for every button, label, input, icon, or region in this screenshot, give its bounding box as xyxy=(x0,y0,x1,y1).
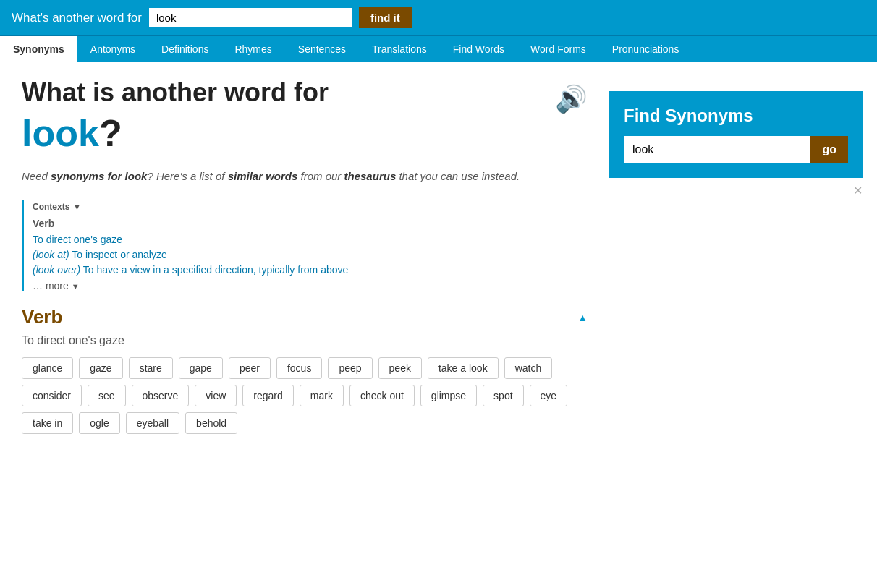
context-item-2[interactable]: (look at) To inspect or analyze xyxy=(33,249,588,260)
find-synonyms-box: Find Synonyms go xyxy=(609,91,863,178)
header-search-input[interactable] xyxy=(149,8,352,27)
main-content: What is another word for look? 🔊 Need sy… xyxy=(0,62,602,456)
pill-view[interactable]: view xyxy=(195,385,237,406)
title-row: What is another word for look? 🔊 xyxy=(22,77,588,155)
pill-peek[interactable]: peek xyxy=(378,357,422,379)
context-item-1[interactable]: To direct one's gaze xyxy=(33,234,588,245)
sidebar: Find Synonyms go ✕ xyxy=(602,62,877,456)
pill-check-out[interactable]: check out xyxy=(349,385,415,406)
header-label: What's another word for xyxy=(12,11,142,25)
pill-ogle[interactable]: ogle xyxy=(79,412,119,434)
page-word-line: look? xyxy=(22,111,329,155)
page-heading: What is another word for look? xyxy=(22,77,329,155)
pill-spot[interactable]: spot xyxy=(483,385,523,406)
tab-word-forms[interactable]: Word Forms xyxy=(517,36,599,62)
collapse-arrow-icon[interactable]: ▲ xyxy=(577,312,588,323)
tab-pronunciations[interactable]: Pronunciations xyxy=(599,36,692,62)
page-title: What is another word for xyxy=(22,77,329,108)
pill-consider[interactable]: consider xyxy=(22,385,82,406)
contexts-section: Contexts ▼ Verb To direct one's gaze (lo… xyxy=(22,200,588,291)
find-synonyms-title: Find Synonyms xyxy=(624,106,848,126)
tab-rhymes[interactable]: Rhymes xyxy=(221,36,284,62)
sound-icon[interactable]: 🔊 xyxy=(555,84,588,114)
context-item-3[interactable]: (look over) To have a view in a specifie… xyxy=(33,264,588,276)
more-link[interactable]: … more ▼ xyxy=(33,280,80,291)
pill-glance[interactable]: glance xyxy=(22,357,73,379)
pill-observe[interactable]: observe xyxy=(132,385,190,406)
pill-see[interactable]: see xyxy=(88,385,126,406)
pill-take-a-look[interactable]: take a look xyxy=(428,357,499,379)
pill-regard[interactable]: regard xyxy=(242,385,293,406)
header: What's another word for find it xyxy=(0,0,877,35)
pill-stare[interactable]: stare xyxy=(129,357,173,379)
verb-section-subtitle: To direct one's gaze xyxy=(22,334,588,347)
tab-definitions[interactable]: Definitions xyxy=(148,36,221,62)
pill-behold[interactable]: behold xyxy=(185,412,237,434)
close-icon[interactable]: ✕ xyxy=(853,184,863,197)
verb-section: Verb ▲ To direct one's gaze glance gaze … xyxy=(22,306,588,434)
find-synonyms-input[interactable] xyxy=(624,136,810,163)
pill-take-in[interactable]: take in xyxy=(22,412,73,434)
page-word: look xyxy=(22,112,99,154)
contexts-heading[interactable]: Contexts ▼ xyxy=(33,200,588,212)
find-synonyms-button[interactable]: go xyxy=(810,136,848,163)
find-it-button[interactable]: find it xyxy=(359,7,412,28)
pill-peep[interactable]: peep xyxy=(328,357,372,379)
main-layout: What is another word for look? 🔊 Need sy… xyxy=(0,62,877,456)
pill-mark[interactable]: mark xyxy=(300,385,344,406)
find-synonyms-row: go xyxy=(624,136,848,163)
tab-sentences[interactable]: Sentences xyxy=(285,36,359,62)
pill-focus[interactable]: focus xyxy=(276,357,322,379)
tab-translations[interactable]: Translations xyxy=(359,36,440,62)
nav-bar: Synonyms Antonyms Definitions Rhymes Sen… xyxy=(0,35,877,62)
pill-eye[interactable]: eye xyxy=(530,385,568,406)
pill-gaze[interactable]: gaze xyxy=(79,357,122,379)
tab-antonyms[interactable]: Antonyms xyxy=(77,36,148,62)
page-description: Need synonyms for look? Here's a list of… xyxy=(22,168,588,185)
synonyms-pills: glance gaze stare gape peer focus peep p… xyxy=(22,357,588,434)
page-question-mark: ? xyxy=(99,112,122,154)
pill-glimpse[interactable]: glimpse xyxy=(420,385,477,406)
tab-find-words[interactable]: Find Words xyxy=(440,36,517,62)
pill-eyeball[interactable]: eyeball xyxy=(126,412,179,434)
contexts-verb-label: Verb xyxy=(33,218,588,229)
tab-synonyms[interactable]: Synonyms xyxy=(0,36,77,62)
verb-section-header: Verb ▲ xyxy=(22,306,588,328)
pill-peer[interactable]: peer xyxy=(229,357,271,379)
pill-gape[interactable]: gape xyxy=(179,357,223,379)
close-icon-box: ✕ xyxy=(609,184,863,197)
verb-section-title: Verb xyxy=(22,306,62,328)
pill-watch[interactable]: watch xyxy=(504,357,553,379)
